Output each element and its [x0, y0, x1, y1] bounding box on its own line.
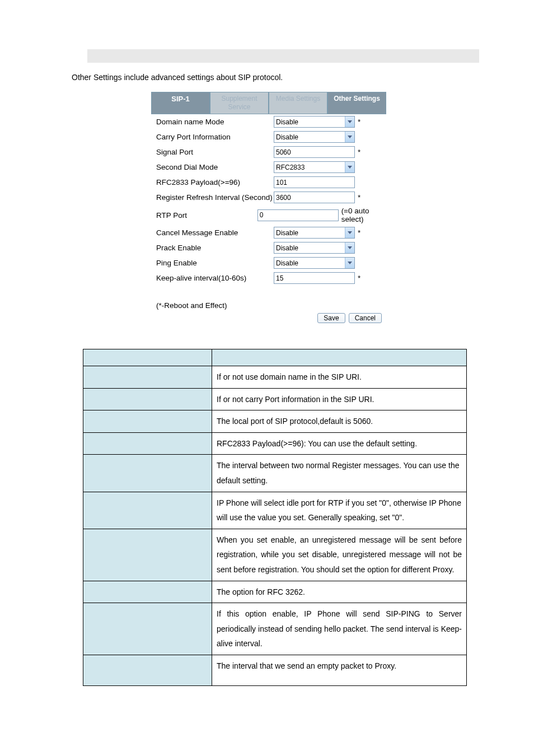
form-row-cancel-message: Cancel Message Enable Disable * — [152, 225, 386, 240]
ping-enable-select[interactable]: Disable — [274, 257, 355, 269]
carry-port-info-select[interactable]: Disable — [274, 131, 355, 143]
table-row: IP Phone will select idle port for RTP i… — [83, 492, 467, 529]
table-row: RFC2833 Payload(>=96): You can use the d… — [83, 432, 467, 455]
section-header — [87, 49, 479, 63]
form-row-signal-port: Signal Port * — [152, 144, 386, 160]
select-value: Disable — [274, 259, 345, 267]
tab-supplement-service[interactable]: Supplement Service — [210, 92, 269, 114]
table-row: The option for RFC 3262. — [83, 581, 467, 603]
table-cell-name — [83, 366, 212, 389]
table-cell-name — [83, 581, 212, 603]
form-row-prack-enable: Prack Enable Disable — [152, 240, 386, 255]
chevron-down-icon — [345, 162, 354, 172]
form-row-register-refresh: Register Refresh Interval (Second) * — [152, 190, 386, 205]
field-note: * — [358, 118, 360, 126]
intro-text: Other Settings include advanced settings… — [72, 73, 534, 82]
table-row: If or not use domain name in the SIP URI… — [83, 366, 467, 389]
button-row: Save Cancel — [152, 313, 382, 323]
field-label: Cancel Message Enable — [156, 228, 274, 237]
field-label: RFC2833 Payload(>=96) — [156, 178, 274, 186]
table-cell-name — [83, 492, 212, 529]
form-row-keepalive-interval: Keep-alive interval(10-60s) * — [152, 270, 386, 286]
field-note: * — [358, 193, 360, 202]
table-header-row — [83, 349, 467, 366]
signal-port-input[interactable] — [274, 146, 355, 158]
table-cell-desc: The interval between two normal Register… — [212, 455, 467, 492]
table-row: The interval that we send an empty packe… — [83, 655, 467, 685]
field-label: Prack Enable — [156, 244, 274, 252]
cancel-message-select[interactable]: Disable — [274, 227, 355, 239]
table-cell-desc: RFC2833 Payload(>=96): You can use the d… — [212, 432, 467, 455]
register-refresh-input[interactable] — [274, 192, 355, 203]
form-row-second-dial-mode: Second Dial Mode RFC2833 — [152, 160, 386, 175]
chevron-down-icon — [345, 227, 354, 238]
select-value: Disable — [274, 244, 345, 252]
form-row-rfc2833-payload: RFC2833 Payload(>=96) — [152, 175, 386, 190]
table-cell-name — [83, 603, 212, 655]
domain-name-mode-select[interactable]: Disable — [274, 116, 355, 128]
table-cell-name — [83, 410, 212, 433]
cancel-button[interactable]: Cancel — [349, 313, 382, 323]
rtp-port-input[interactable] — [257, 209, 339, 221]
form-row-carry-port-info: Carry Port Information Disable — [152, 129, 386, 144]
select-value: Disable — [274, 229, 345, 237]
field-label: RTP Port — [156, 211, 257, 220]
table-cell-name — [83, 455, 212, 492]
chevron-down-icon — [345, 132, 354, 142]
save-button[interactable]: Save — [317, 313, 345, 323]
select-value: Disable — [274, 133, 345, 141]
field-label: Domain name Mode — [156, 118, 274, 126]
table-cell-desc: When you set enable, an unregistered mes… — [212, 529, 467, 581]
table-row: If or not carry Port information in the … — [83, 388, 467, 410]
table-cell-desc: If or not use domain name in the SIP URI… — [212, 366, 467, 389]
tab-label: Other Settings — [334, 95, 380, 102]
select-value: RFC2833 — [274, 164, 345, 171]
table-cell-desc: If this option enable, IP Phone will sen… — [212, 603, 467, 655]
field-label: Second Dial Mode — [156, 163, 274, 171]
rfc2833-payload-input[interactable] — [274, 176, 355, 188]
table-cell-name — [83, 655, 212, 685]
table-header-name — [83, 349, 212, 366]
table-cell-desc: If or not carry Port information in the … — [212, 388, 467, 410]
tab-bar: SIP-1 Supplement Service Media Settings … — [151, 92, 386, 114]
table-cell-name — [83, 388, 212, 410]
keepalive-interval-input[interactable] — [274, 272, 355, 284]
field-note: * — [358, 228, 360, 237]
table-cell-name — [83, 432, 212, 455]
table-cell-name — [83, 529, 212, 581]
table-header-desc — [212, 349, 467, 366]
form-row-ping-enable: Ping Enable Disable — [152, 255, 386, 270]
chevron-down-icon — [345, 258, 354, 268]
chevron-down-icon — [345, 242, 354, 253]
table-cell-desc: The local port of SIP protocol,default i… — [212, 410, 467, 433]
select-value: Disable — [274, 118, 345, 126]
field-label: Carry Port Information — [156, 133, 274, 141]
table-row: The local port of SIP protocol,default i… — [83, 410, 467, 433]
field-label: Register Refresh Interval (Second) — [156, 193, 274, 202]
form-row-domain-name-mode: Domain name Mode Disable * — [152, 114, 386, 129]
field-note: (=0 auto select) — [341, 207, 386, 223]
form-body: Domain name Mode Disable * Carry Port In… — [151, 114, 386, 323]
description-table: If or not use domain name in the SIP URI… — [83, 349, 467, 686]
table-row: When you set enable, an unregistered mes… — [83, 529, 467, 581]
table-cell-desc: IP Phone will select idle port for RTP i… — [212, 492, 467, 529]
chevron-down-icon — [345, 116, 354, 127]
tab-label: Supplement Service — [221, 95, 257, 111]
tab-sip1[interactable]: SIP-1 — [151, 92, 210, 114]
reboot-note: (*-Reboot and Effect) — [156, 301, 386, 310]
field-note: * — [358, 274, 360, 282]
tab-label: SIP-1 — [171, 95, 190, 103]
table-cell-desc: The interval that we send an empty packe… — [212, 655, 467, 685]
table-row: If this option enable, IP Phone will sen… — [83, 603, 467, 655]
field-note: * — [358, 148, 360, 156]
tab-label: Media Settings — [276, 95, 320, 102]
settings-panel: SIP-1 Supplement Service Media Settings … — [151, 92, 386, 323]
table-cell-desc: The option for RFC 3262. — [212, 581, 467, 603]
tab-other-settings[interactable]: Other Settings — [327, 92, 386, 114]
table-row: The interval between two normal Register… — [83, 455, 467, 492]
form-row-rtp-port: RTP Port (=0 auto select) — [152, 205, 386, 225]
tab-media-settings[interactable]: Media Settings — [269, 92, 327, 114]
prack-enable-select[interactable]: Disable — [274, 242, 355, 254]
field-label: Signal Port — [156, 148, 274, 156]
second-dial-mode-select[interactable]: RFC2833 — [274, 161, 355, 173]
